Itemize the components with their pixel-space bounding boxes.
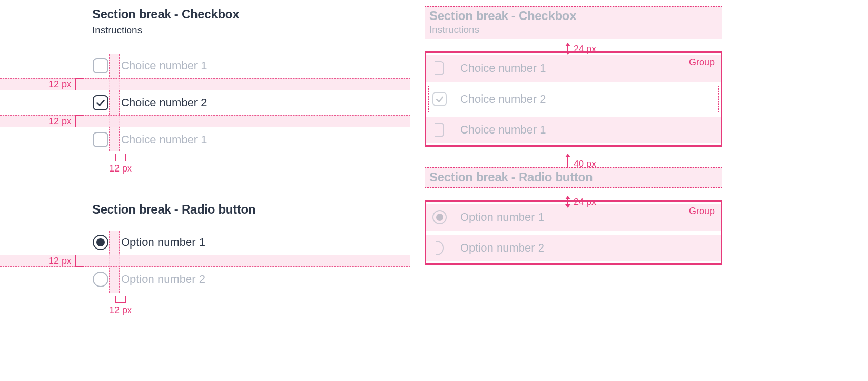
right-spec-column: Section break - Checkbox Instructions 24…: [425, 6, 722, 265]
radio-option-label: Option number 1: [121, 236, 205, 249]
checkbox-options-column: Choice number 1 12 px Choice number 2: [92, 54, 380, 151]
section-title: Section break - Radio button: [92, 202, 380, 217]
group-option-row[interactable]: Choice number 1: [426, 53, 721, 84]
checkbox-checked-icon[interactable]: [92, 94, 109, 111]
group-option-row[interactable]: Option number 1: [426, 202, 721, 233]
checkbox-checked-icon[interactable]: [431, 91, 448, 107]
measure-label: 12 px: [49, 116, 71, 127]
checkbox-option-label: Choice number 1: [121, 133, 207, 146]
checkbox-group-frame: Group Choice number 1 Choice number 2: [425, 51, 722, 147]
vertical-gap-measure: 12 px: [49, 78, 84, 90]
ghost-instructions: Instructions: [429, 24, 718, 35]
ghost-header-radio: Section break - Radio button: [425, 167, 722, 188]
radio-icon[interactable]: [431, 240, 448, 256]
radio-option-label: Option number 2: [121, 273, 205, 286]
checkbox-option-row[interactable]: Choice number 1: [92, 54, 207, 77]
ghost-title: Section break - Checkbox: [429, 9, 718, 23]
radio-group-frame: Group Option number 1 Option number 2: [425, 200, 722, 265]
group-option-label: Choice number 2: [460, 92, 546, 106]
bracket-icon: [115, 296, 126, 303]
checkbox-icon[interactable]: [431, 60, 448, 77]
section-instructions: Instructions: [92, 25, 380, 36]
group-option-row[interactable]: Choice number 2: [426, 84, 721, 115]
vertical-gap-measure: 12 px: [49, 255, 84, 267]
radio-options-column: Option number 1 12 px Option number 2 12…: [92, 231, 380, 293]
radio-checked-icon[interactable]: [431, 209, 448, 225]
measure-label: 12 px: [109, 305, 132, 316]
checkbox-icon[interactable]: [92, 58, 109, 74]
radio-checked-icon[interactable]: [92, 234, 109, 251]
group-option-label: Choice number 1: [460, 123, 546, 137]
measure-label: 12 px: [49, 256, 71, 266]
group-option-label: Option number 2: [460, 241, 544, 255]
checkbox-option-row[interactable]: Choice number 2: [92, 91, 207, 114]
left-spec-column: Section break - Checkbox Instructions Ch…: [92, 7, 380, 293]
ghost-title: Section break - Radio button: [429, 170, 718, 184]
radio-option-row[interactable]: Option number 1: [92, 231, 205, 254]
checkbox-icon[interactable]: [92, 131, 109, 148]
bracket-icon: [115, 154, 126, 161]
group-option-label: Option number 1: [460, 211, 544, 224]
checkbox-option-row[interactable]: Choice number 1: [92, 128, 207, 151]
group-option-row[interactable]: Choice number 1: [426, 115, 721, 145]
radio-icon[interactable]: [92, 271, 109, 288]
checkbox-section: Section break - Checkbox Instructions Ch…: [92, 7, 380, 151]
measure-label: 12 px: [49, 79, 71, 90]
bracket-icon: [75, 115, 84, 127]
bracket-icon: [75, 255, 84, 267]
section-title: Section break - Checkbox: [92, 7, 380, 22]
radio-section: Section break - Radio button Option numb…: [92, 202, 380, 293]
checkbox-option-label: Choice number 1: [121, 59, 207, 72]
group-option-label: Choice number 1: [460, 62, 546, 75]
horizontal-gap-measure: 12 px: [109, 154, 132, 174]
horizontal-gap-measure: 12 px: [109, 296, 132, 316]
radio-option-row[interactable]: Option number 2: [92, 268, 205, 291]
checkbox-option-label: Choice number 2: [121, 96, 207, 109]
checkbox-icon[interactable]: [431, 122, 448, 138]
vertical-gap-measure: 12 px: [49, 115, 84, 127]
group-option-row[interactable]: Option number 2: [426, 233, 721, 263]
ghost-header-checkbox: Section break - Checkbox Instructions: [425, 6, 722, 39]
bracket-icon: [75, 78, 84, 90]
measure-label: 12 px: [109, 163, 132, 174]
